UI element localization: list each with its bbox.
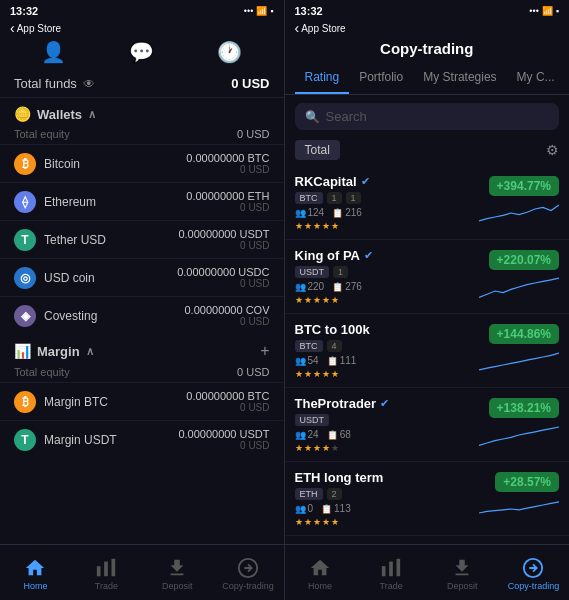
svg-rect-2 (112, 558, 116, 575)
trader-name-4: ETH long term (295, 470, 384, 485)
tab-rating[interactable]: Rating (295, 64, 350, 94)
stars-3: ★★★★★ (295, 443, 470, 453)
tether-usd: 0 USD (178, 240, 269, 251)
search-icon: 🔍 (305, 110, 320, 124)
eye-icon[interactable]: 👁 (83, 77, 95, 91)
filter-total-label[interactable]: Total (295, 140, 340, 160)
asset-row-covesting[interactable]: ◈ Covesting 0.00000000 COV 0 USD (0, 296, 284, 334)
chart-2 (479, 348, 559, 378)
margin-equity-row: Total equity 0 USD (0, 364, 284, 382)
asset-row-usdc[interactable]: ◎ USD coin 0.00000000 USDC 0 USD (0, 258, 284, 296)
nav-copytrading-label-right: Copy-trading (508, 581, 560, 591)
margin-add-icon[interactable]: + (260, 342, 269, 360)
followers-0: 👥124 (295, 207, 325, 218)
tab-portfolio[interactable]: Portfolio (349, 64, 413, 94)
trade-icon-left (95, 557, 117, 579)
nav-copytrading-label-left: Copy-trading (222, 581, 274, 591)
stars-4: ★★★★★ (295, 517, 470, 527)
nav-copytrading-left[interactable]: Copy-trading (221, 557, 276, 591)
tab-my-c[interactable]: My C... (507, 64, 565, 94)
usdc-usd: 0 USD (177, 278, 269, 289)
wallets-title: 🪙 Wallets ∧ (14, 106, 96, 122)
nav-home-label-left: Home (23, 581, 47, 591)
svg-rect-6 (397, 558, 401, 575)
cov-icon: ◈ (14, 305, 36, 327)
trader-card-kingofpa[interactable]: King of PA ✔ USDT 1 👥220 📋276 ★★★★★ +220… (285, 240, 570, 314)
asset-row-bitcoin[interactable]: ₿ Bitcoin 0.00000000 BTC 0 USD (0, 144, 284, 182)
right-header: Copy-trading (285, 36, 570, 64)
margin-usdt-name: Margin USDT (44, 433, 117, 447)
time-right: 13:32 (295, 5, 323, 17)
bitcoin-name: Bitcoin (44, 157, 80, 171)
followers-3: 👥24 (295, 429, 319, 440)
copytrading-icon-left (237, 557, 259, 579)
asset-row-ethereum[interactable]: ⟠ Ethereum 0.00000000 ETH 0 USD (0, 182, 284, 220)
back-button-right[interactable]: App Store (285, 20, 570, 36)
trader-card-btc100k[interactable]: BTC to 100k BTC 4 👥54 📋111 ★★★★★ +144.86… (285, 314, 570, 388)
nav-deposit-left[interactable]: Deposit (150, 557, 205, 591)
verified-icon-3: ✔ (380, 397, 389, 410)
tag-num-2: 4 (327, 340, 342, 352)
trader-card-ethlongterm[interactable]: ETH long term ETH 2 👥0 📋113 ★★★★★ +28.57… (285, 462, 570, 536)
nav-bar-right: Home Trade Deposit Copy-trading (285, 544, 570, 600)
tag-num-1: 1 (333, 266, 348, 278)
nav-home-right[interactable]: Home (293, 557, 348, 591)
tag-btc-0: BTC (295, 192, 323, 204)
usdc-amount: 0.00000000 USDC (177, 266, 269, 278)
usdc-icon: ◎ (14, 267, 36, 289)
stars-2: ★★★★★ (295, 369, 470, 379)
tether-icon: T (14, 229, 36, 251)
nav-home-left[interactable]: Home (8, 557, 63, 591)
nav-deposit-label-left: Deposit (162, 581, 193, 591)
followers-1: 👥220 (295, 281, 325, 292)
asset-row-tether[interactable]: T Tether USD 0.00000000 USDT 0 USD (0, 220, 284, 258)
svg-rect-1 (104, 561, 108, 576)
chart-3 (479, 422, 559, 452)
status-icons-right: ••• 📶 ▪ (529, 6, 559, 16)
filter-icon[interactable]: ⚙ (546, 142, 559, 158)
ethereum-usd: 0 USD (186, 202, 269, 213)
margin-title: 📊 Margin ∧ (14, 343, 94, 359)
margin-chevron[interactable]: ∧ (86, 345, 94, 358)
asset-row-margin-usdt[interactable]: T Margin USDT 0.00000000 USDT 0 USD (0, 420, 284, 458)
nav-trade-left[interactable]: Trade (79, 557, 134, 591)
tab-my-strategies[interactable]: My Strategies (413, 64, 506, 94)
message-icon[interactable]: 💬 (129, 40, 154, 64)
search-placeholder: Search (326, 109, 367, 124)
usdc-name: USD coin (44, 271, 95, 285)
copies-4: 📋113 (321, 503, 351, 514)
svg-rect-4 (382, 566, 386, 576)
back-button-left[interactable]: App Store (0, 20, 284, 36)
tag-num-4: 2 (327, 488, 342, 500)
wifi-icon-right: 📶 (542, 6, 553, 16)
nav-copytrading-right[interactable]: Copy-trading (506, 557, 561, 591)
copies-1: 📋276 (332, 281, 362, 292)
cov-name: Covesting (44, 309, 97, 323)
copies-3: 📋68 (327, 429, 351, 440)
tag-num-1-0: 1 (327, 192, 342, 204)
chart-1 (479, 274, 559, 304)
nav-trade-right[interactable]: Trade (364, 557, 419, 591)
tabs-row: Rating Portfolio My Strategies My C... (285, 64, 570, 95)
history-icon[interactable]: 🕐 (217, 40, 242, 64)
svg-rect-0 (97, 566, 101, 576)
search-bar[interactable]: 🔍 Search (295, 103, 560, 130)
nav-deposit-right[interactable]: Deposit (435, 557, 490, 591)
profit-4: +28.57% (495, 472, 559, 492)
filter-row: Total ⚙ (285, 138, 570, 166)
stars-1: ★★★★★ (295, 295, 470, 305)
wallets-chevron[interactable]: ∧ (88, 108, 96, 121)
asset-row-margin-btc[interactable]: ₿ Margin BTC 0.00000000 BTC 0 USD (0, 382, 284, 420)
nav-trade-label-right: Trade (380, 581, 403, 591)
trader-name-0: RKCapital (295, 174, 357, 189)
copies-0: 📋216 (332, 207, 362, 218)
margin-btc-name: Margin BTC (44, 395, 108, 409)
wallets-icon: 🪙 (14, 106, 31, 122)
profile-icon[interactable]: 👤 (41, 40, 66, 64)
trader-card-theprotrader[interactable]: TheProtrader ✔ USDT 👥24 📋68 ★★★★★ +138.2… (285, 388, 570, 462)
trader-card-rkcapital[interactable]: RKCapital ✔ BTC 1 1 👥124 📋216 ★★★★★ +394… (285, 166, 570, 240)
copytrading-icon-right (522, 557, 544, 579)
ethereum-icon: ⟠ (14, 191, 36, 213)
left-screen: 13:32 ••• 📶 ▪ App Store 👤 💬 🕐 Total fund… (0, 0, 285, 600)
tether-name: Tether USD (44, 233, 106, 247)
